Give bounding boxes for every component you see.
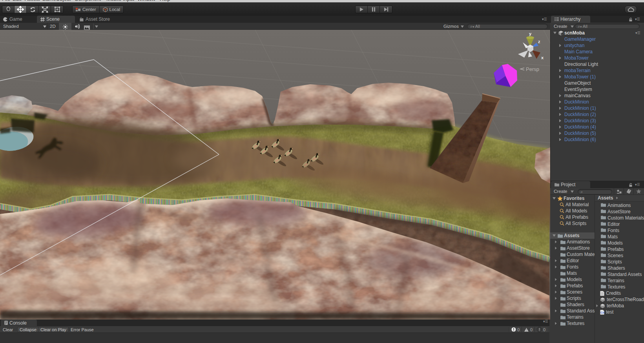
svg-text:C#: C# bbox=[600, 311, 604, 314]
svg-text:z: z bbox=[538, 39, 540, 44]
svg-text:Persp: Persp bbox=[526, 66, 539, 72]
svg-text:y: y bbox=[529, 31, 532, 36]
svg-text:x: x bbox=[541, 55, 544, 60]
